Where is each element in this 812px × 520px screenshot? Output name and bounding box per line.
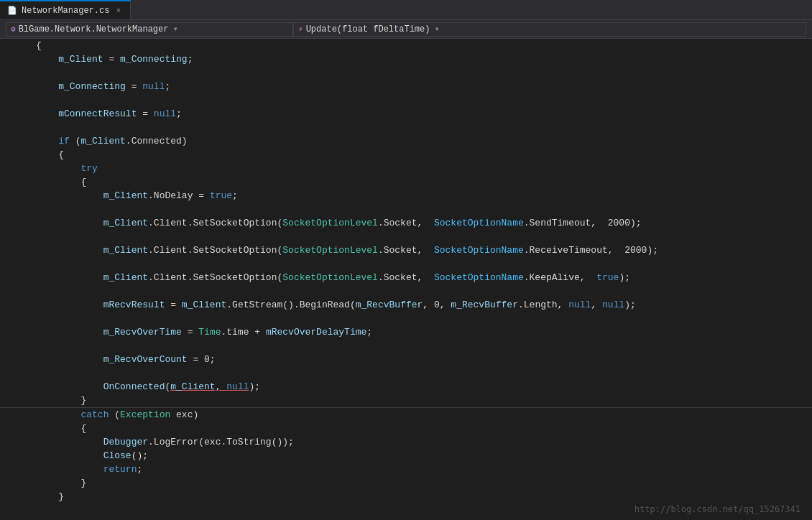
title-bar: 📄 NetworkManager.cs × [0, 0, 812, 20]
line-content: } [36, 394, 812, 407]
file-icon: 📄 [7, 6, 17, 15]
line-content [36, 284, 812, 298]
line-content: OnConnected(m_Client, null); [36, 380, 812, 394]
line-content: m_Client = m_Connecting; [36, 52, 812, 66]
table-row [0, 203, 812, 216]
line-content: } [36, 490, 812, 503]
line-content: m_RecvOverTime = Time.time + mRecvOverDe… [36, 325, 812, 339]
table-row: m_RecvOverTime = Time.time + mRecvOverDe… [0, 325, 812, 339]
line-content: Close(); [36, 449, 812, 463]
method-icon: ⚡ [298, 24, 303, 34]
table-row [0, 312, 812, 325]
table-row: } [0, 476, 812, 490]
line-content: { [36, 175, 812, 189]
table-row [0, 366, 812, 380]
line-content: try [36, 162, 812, 175]
method-breadcrumb[interactable]: ⚡ Update(float fDeltaTime) ▾ [293, 22, 806, 37]
line-content: m_Client.NoDelay = true; [36, 189, 812, 203]
line-content [36, 203, 812, 216]
line-content: Debugger.LogError(exc.ToString()); [36, 435, 812, 449]
tab-close-button[interactable]: × [114, 6, 123, 16]
line-content: if (m_Client.Connected) [36, 134, 812, 148]
table-row: return; [0, 463, 812, 476]
table-row: Close(); [0, 449, 812, 463]
code-container[interactable]: { m_Client = m_Connecting; m_Connecting … [0, 39, 812, 520]
table-row: Debugger.LogError(exc.ToString()); [0, 435, 812, 449]
method-name: Update(float fDeltaTime) [306, 24, 430, 34]
line-content: m_RecvOverCount = 0; [36, 353, 812, 366]
line-content: mRecvResult = m_Client.GetStream().Begin… [36, 298, 812, 312]
line-content [36, 230, 812, 243]
line-content: } [36, 476, 812, 490]
url-watermark: http://blog.csdn.net/qq_15267341 [635, 504, 801, 514]
tab-filename: NetworkManager.cs [22, 6, 109, 16]
table-row: { [0, 422, 812, 435]
table-row: } [0, 490, 812, 503]
table-row: m_Connecting = null; [0, 80, 812, 93]
breadcrumb-bar: ⚙ BlGame.Network.NetworkManager ▾ ⚡ Upda… [0, 20, 812, 39]
table-row: OnConnected(m_Client, null); [0, 380, 812, 394]
table-row: mRecvResult = m_Client.GetStream().Begin… [0, 298, 812, 312]
table-row: if (m_Client.Connected) [0, 134, 812, 148]
table-row: { [0, 39, 812, 52]
class-breadcrumb[interactable]: ⚙ BlGame.Network.NetworkManager ▾ [6, 22, 293, 37]
line-content: return; [36, 463, 812, 476]
table-row [0, 121, 812, 134]
table-row [0, 339, 812, 353]
line-content [36, 121, 812, 134]
line-content [36, 339, 812, 353]
line-content [36, 366, 812, 380]
line-content: m_Connecting = null; [36, 80, 812, 93]
class-path: BlGame.Network.NetworkManager [19, 24, 169, 34]
line-content: mConnectResult = null; [36, 107, 812, 121]
table-row: catch (Exception exc) [0, 407, 812, 422]
line-content [36, 66, 812, 80]
line-content [36, 93, 812, 107]
line-content: m_Client.Client.SetSocketOption(SocketOp… [36, 216, 812, 230]
line-content [36, 257, 812, 271]
method-dropdown-arrow: ▾ [434, 24, 439, 34]
table-row: m_Client.Client.SetSocketOption(SocketOp… [0, 216, 812, 230]
line-content [36, 312, 812, 325]
table-row: m_Client.Client.SetSocketOption(SocketOp… [0, 271, 812, 284]
table-row: m_Client = m_Connecting; [0, 52, 812, 66]
line-content: catch (Exception exc) [36, 408, 812, 422]
code-lines: { m_Client = m_Connecting; m_Connecting … [0, 39, 812, 503]
table-row: m_RecvOverCount = 0; [0, 353, 812, 366]
table-row [0, 93, 812, 107]
table-row: try [0, 162, 812, 175]
table-row [0, 230, 812, 243]
line-content: { [36, 422, 812, 435]
line-content: { [36, 148, 812, 162]
class-dropdown-arrow: ▾ [172, 24, 177, 34]
table-row: { [0, 175, 812, 189]
table-row [0, 284, 812, 298]
table-row: mConnectResult = null; [0, 107, 812, 121]
class-icon: ⚙ [11, 24, 16, 34]
table-row [0, 66, 812, 80]
editor-area: { m_Client = m_Connecting; m_Connecting … [0, 39, 812, 520]
line-content: m_Client.Client.SetSocketOption(SocketOp… [36, 271, 812, 284]
file-tab[interactable]: 📄 NetworkManager.cs × [0, 0, 131, 19]
table-row [0, 257, 812, 271]
table-row: m_Client.NoDelay = true; [0, 189, 812, 203]
table-row: m_Client.Client.SetSocketOption(SocketOp… [0, 243, 812, 257]
table-row: } [0, 394, 812, 407]
table-row: { [0, 148, 812, 162]
line-content: m_Client.Client.SetSocketOption(SocketOp… [36, 243, 812, 257]
line-content: { [36, 39, 812, 52]
